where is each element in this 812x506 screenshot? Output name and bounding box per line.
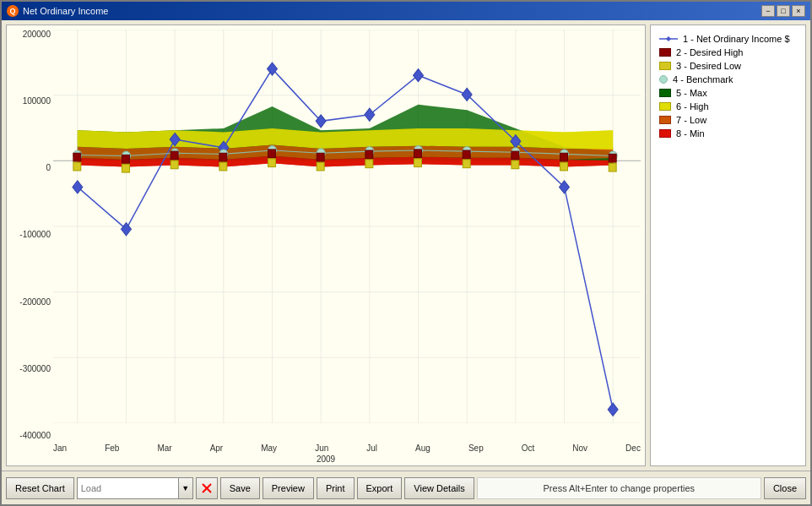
title-bar: Q Net Ordinary Income − □ ×	[2, 2, 810, 20]
x-label-mar: Mar	[157, 443, 171, 453]
dlow-oct	[512, 161, 519, 169]
diamond-jul	[365, 108, 375, 121]
content-area: 200000 100000 0 -100000 -200000 -300000 …	[2, 20, 810, 471]
x-label-sep: Sep	[468, 443, 484, 453]
legend-swatch-5	[659, 89, 671, 97]
legend-swatch-8	[659, 129, 671, 138]
legend-swatch-2	[659, 48, 671, 57]
dlow-nov	[560, 162, 568, 171]
svg-marker-27	[666, 36, 671, 41]
legend-line-icon-1	[659, 34, 678, 44]
legend-item-5: 5 - Max	[659, 88, 797, 98]
dlow-apr	[219, 162, 227, 171]
x-label-feb: Feb	[105, 443, 119, 453]
dhigh-jan	[73, 153, 81, 161]
y-label--200000: -200000	[19, 297, 51, 307]
diamond-feb	[122, 223, 132, 236]
chart-year: 2009	[317, 454, 335, 464]
load-combo: ▼	[77, 477, 193, 499]
x-label-jan: Jan	[53, 443, 67, 453]
y-label--400000: -400000	[19, 431, 51, 440]
legend-area: 1 - Net Ordinary Income $ 2 - Desired Hi…	[650, 24, 806, 466]
legend-label-5: 5 - Max	[676, 88, 707, 98]
x-label-dec: Dec	[625, 443, 641, 453]
y-label-100000: 100000	[23, 96, 51, 106]
x-label-may: May	[261, 443, 277, 453]
dhigh-oct	[512, 151, 519, 160]
x-label-nov: Nov	[572, 443, 587, 453]
view-details-button[interactable]: View Details	[404, 477, 474, 499]
close-button[interactable]: Close	[764, 477, 806, 499]
diamond-sep	[462, 88, 472, 101]
toolbar: Reset Chart ▼ Save Preview Print Export …	[2, 471, 810, 504]
legend-label-8: 8 - Min	[676, 128, 705, 139]
dhigh-may	[268, 150, 276, 158]
save-button[interactable]: Save	[220, 477, 260, 499]
legend-item-1: 1 - Net Ordinary Income $	[659, 34, 797, 44]
dhigh-apr	[219, 153, 227, 161]
dlow-feb	[122, 164, 130, 172]
diamond-aug	[414, 69, 424, 82]
legend-swatch-7	[659, 116, 671, 124]
load-dropdown-arrow[interactable]: ▼	[178, 477, 193, 499]
dlow-jul	[365, 160, 373, 168]
legend-item-6: 6 - High	[659, 101, 797, 112]
dhigh-sep	[463, 150, 470, 159]
main-window: Q Net Ordinary Income − □ × 200000 10000…	[0, 0, 812, 506]
legend-label-1: 1 - Net Ordinary Income $	[683, 34, 790, 44]
load-input[interactable]	[77, 477, 178, 499]
close-title-button[interactable]: ×	[792, 5, 805, 17]
dhigh-dec	[609, 154, 616, 162]
legend-swatch-6	[659, 102, 671, 111]
diamond-dec	[608, 403, 618, 416]
dhigh-feb	[122, 155, 130, 163]
chart-svg	[53, 30, 641, 423]
legend-label-6: 6 - High	[676, 101, 709, 112]
x-axis: Jan Feb Mar Apr May Jun Jul Aug Sep Oct …	[53, 443, 641, 453]
dhigh-nov	[560, 153, 568, 161]
legend-label-4: 4 - Benchmark	[673, 74, 734, 84]
dlow-aug	[414, 159, 422, 167]
legend-item-7: 7 - Low	[659, 115, 797, 125]
x-label-aug: Aug	[415, 443, 430, 453]
chart-container: 200000 100000 0 -100000 -200000 -300000 …	[6, 24, 646, 466]
legend-label-7: 7 - Low	[676, 115, 706, 125]
legend-item-2: 2 - Desired High	[659, 47, 797, 57]
y-axis: 200000 100000 0 -100000 -200000 -300000 …	[7, 25, 53, 440]
diamond-nov	[560, 181, 570, 193]
dhigh-jul	[365, 150, 373, 159]
alt-enter-hint: Press Alt+Enter to change properties	[477, 477, 761, 499]
delete-icon	[201, 482, 213, 494]
dhigh-aug	[414, 150, 422, 158]
diamond-jan	[73, 181, 83, 193]
x-label-jul: Jul	[366, 443, 377, 453]
y-label--300000: -300000	[19, 364, 51, 373]
legend-label-2: 2 - Desired High	[676, 47, 743, 57]
window-title: Net Ordinary Income	[23, 6, 108, 16]
legend-swatch-4	[659, 75, 668, 84]
legend-label-3: 3 - Desired Low	[676, 61, 741, 71]
window-controls: − □ ×	[761, 5, 805, 17]
legend-swatch-3	[659, 62, 671, 70]
legend-item-8: 8 - Min	[659, 128, 797, 139]
dlow-dec	[609, 163, 616, 171]
dlow-jan	[73, 162, 81, 171]
export-button[interactable]: Export	[357, 477, 403, 499]
dhigh-jun	[317, 153, 324, 161]
chart-plot	[53, 30, 641, 423]
x-label-jun: Jun	[315, 443, 328, 453]
delete-load-button[interactable]	[196, 477, 218, 499]
app-icon: Q	[7, 5, 19, 17]
dlow-sep	[463, 160, 470, 168]
dlow-mar	[171, 161, 178, 169]
minimize-button[interactable]: −	[761, 5, 775, 17]
reset-chart-button[interactable]: Reset Chart	[6, 477, 74, 499]
y-label-0: 0	[46, 163, 51, 172]
legend-item-3: 3 - Desired Low	[659, 61, 797, 71]
preview-button[interactable]: Preview	[263, 477, 314, 499]
maximize-button[interactable]: □	[777, 5, 790, 17]
print-button[interactable]: Print	[317, 477, 355, 499]
x-label-apr: Apr	[210, 443, 224, 453]
dhigh-mar	[171, 151, 178, 160]
legend-item-4: 4 - Benchmark	[659, 74, 797, 84]
